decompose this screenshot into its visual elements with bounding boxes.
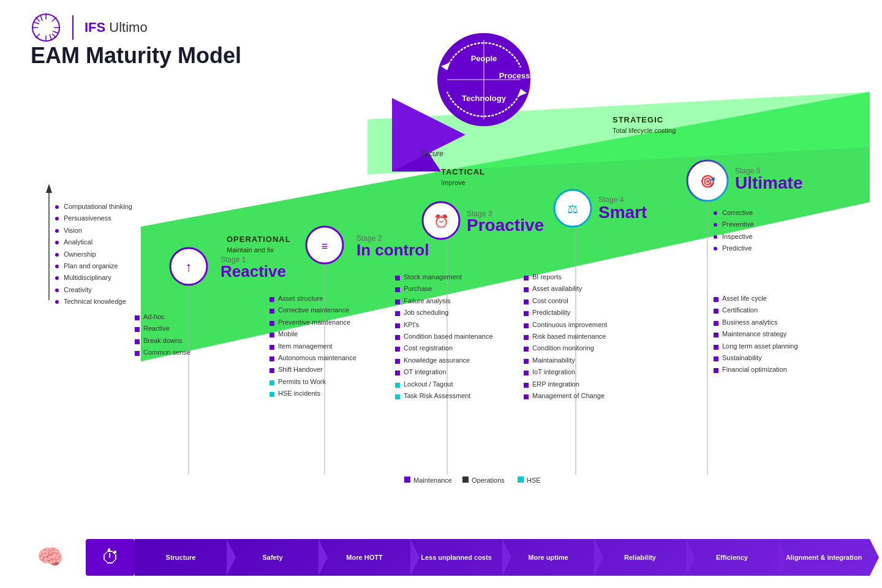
s2-f5: Item management — [270, 342, 356, 351]
svg-text:Technology: Technology — [462, 94, 507, 103]
arrow-uptime: More uptime — [502, 554, 594, 561]
svg-text:Reactive: Reactive — [221, 262, 286, 281]
s4-f3: Cost control — [524, 296, 607, 306]
s2-f1: Asset structure — [270, 294, 356, 303]
s3-f11: Task Risk Assessment — [395, 391, 493, 401]
arrow-hott: More HOTT — [318, 554, 410, 561]
svg-text:Maintenance: Maintenance — [413, 477, 452, 484]
s3-f2: Purchase — [395, 284, 493, 293]
arrow-alignment: Alignment & integration — [778, 553, 870, 562]
svg-text:🎯: 🎯 — [700, 174, 715, 189]
s5-t4: Predictive — [714, 244, 754, 253]
s4-f1: BI reports — [524, 273, 607, 282]
svg-text:Secure: Secure — [420, 149, 443, 158]
s3-f8: Knowledge assurance — [395, 356, 493, 365]
s5-t2: Preventive — [714, 220, 754, 229]
s5-t3: Inspective — [714, 232, 754, 241]
arrow-safety: Safety — [227, 554, 318, 561]
stage4-list: BI reports Asset availability Cost contr… — [524, 273, 607, 403]
arrow-structure: Structure — [135, 554, 227, 561]
skill-9: Technical knowledge — [55, 297, 132, 306]
svg-text:People: People — [471, 54, 497, 63]
svg-text:Ultimate: Ultimate — [735, 173, 802, 192]
s3-f9: OT integration — [395, 368, 493, 377]
s3-f10: Lockout / Tagout — [395, 380, 493, 389]
svg-text:⏰: ⏰ — [434, 214, 449, 228]
s2-f6: Autonomous maintenance — [270, 353, 356, 363]
s1-f4: Common sense — [135, 348, 190, 357]
brain-icon: 🧠 — [37, 545, 64, 570]
s2-f4: Mobile — [270, 330, 356, 339]
s1-f3: Break downs — [135, 336, 190, 345]
svg-text:HSE: HSE — [527, 477, 541, 484]
svg-text:↑: ↑ — [186, 259, 192, 274]
svg-text:In control: In control — [356, 241, 429, 259]
s3-f1: Stock management — [395, 273, 493, 282]
stage1-list: Ad-hoc Reactive Break downs Common sense — [135, 312, 190, 360]
svg-marker-64 — [46, 184, 52, 193]
svg-text:TACTICAL: TACTICAL — [441, 167, 485, 176]
svg-text:Operations: Operations — [472, 477, 505, 484]
stage3-list: Stock management Purchase Failure analys… — [395, 273, 493, 403]
svg-rect-59 — [462, 477, 469, 483]
s5-f5: Long term asset planning — [714, 342, 798, 351]
s5-f2: Certification — [714, 306, 798, 315]
s5-f6: Sustainability — [714, 353, 798, 363]
s1-f1: Ad-hoc — [135, 312, 190, 322]
s4-f10: ERP integration — [524, 380, 607, 389]
s5-f3: Business analytics — [714, 318, 798, 327]
skill-8: Creativity — [55, 285, 132, 295]
svg-rect-61 — [518, 477, 524, 483]
s4-f2: Asset availability — [524, 284, 607, 293]
s3-f6: Condition based maintenance — [395, 332, 493, 341]
svg-text:Smart: Smart — [598, 203, 647, 222]
stage2-list: Asset structure Corrective maintenance P… — [270, 294, 356, 401]
svg-text:Improve: Improve — [441, 179, 466, 186]
arrow-bar: Structure Safety More HOTT Less unplanne… — [135, 539, 870, 576]
svg-text:Proactive: Proactive — [467, 216, 544, 235]
svg-text:⚖: ⚖ — [567, 202, 578, 216]
s4-f5: Continuous improvement — [524, 320, 607, 330]
skill-2: Persuasiveness — [55, 214, 132, 223]
skills-list: Computational thinking Persuasiveness Vi… — [55, 202, 132, 309]
svg-text:Total lifecycle costing: Total lifecycle costing — [612, 127, 676, 134]
s2-f3: Preventive maintenance — [270, 318, 356, 327]
s4-f7: Condition monitoring — [524, 344, 607, 353]
svg-text:Process: Process — [499, 71, 530, 80]
svg-text:OPERATIONAL: OPERATIONAL — [227, 235, 291, 244]
s1-f2: Reactive — [135, 324, 190, 333]
s5-f1: Asset life cycle — [714, 294, 798, 303]
s3-f3: Failure analysis — [395, 296, 493, 306]
svg-text:Maintain and fix: Maintain and fix — [227, 246, 274, 254]
s2-f9: HSE incidents — [270, 389, 356, 398]
arrow-costs: Less unplanned costs — [410, 553, 502, 562]
svg-text:≡: ≡ — [322, 240, 328, 252]
skill-1: Computational thinking — [55, 202, 132, 211]
s3-f7: Cost registration — [395, 344, 493, 353]
arrow-reliability: Reliability — [594, 554, 686, 561]
s3-f5: KPI's — [395, 320, 493, 330]
s4-f8: Maintainability — [524, 356, 607, 365]
arrow-efficiency: Efficiency — [686, 554, 778, 561]
stage5-list: Asset life cycle Certification Business … — [714, 294, 798, 377]
skill-6: Plan and organize — [55, 262, 132, 271]
s2-f2: Corrective maintenance — [270, 306, 356, 315]
s4-f6: Risk based maintenance — [524, 332, 607, 341]
s2-f7: Shift Handover — [270, 365, 356, 374]
s4-f9: IoT integration — [524, 368, 607, 377]
s4-f4: Predictability — [524, 308, 607, 317]
skill-5: Ownership — [55, 250, 132, 259]
clock-bar-icon: ⏱ — [86, 539, 135, 576]
skill-4: Analytical — [55, 238, 132, 247]
s5-f7: Financial optimization — [714, 365, 798, 374]
s3-f4: Job scheduling — [395, 308, 493, 317]
s5-t1: Corrective — [714, 208, 754, 217]
skill-7: Multidisciplinary — [55, 273, 132, 282]
svg-rect-57 — [404, 477, 410, 483]
stage5-types-list: Corrective Preventive Inspective Predict… — [714, 208, 754, 256]
s4-f11: Management of Change — [524, 391, 607, 401]
s5-f4: Maintenance strategy — [714, 330, 798, 339]
skill-3: Vision — [55, 226, 132, 235]
svg-text:STRATEGIC: STRATEGIC — [612, 115, 663, 124]
s2-f8: Permits to Work — [270, 377, 356, 386]
